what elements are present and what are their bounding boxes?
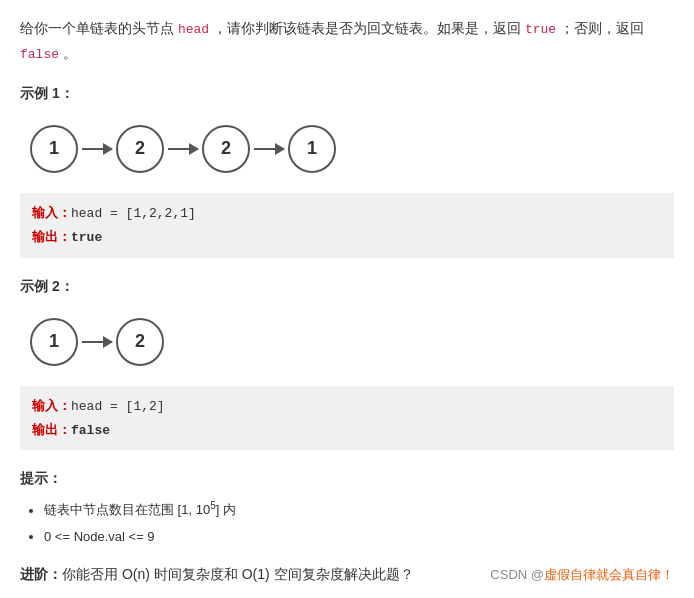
intro-text-end: 。 (59, 45, 77, 61)
advanced-content: 你能否用 O(n) 时间复杂度和 O(1) 空间复杂度解决此题？ (62, 566, 414, 582)
example-2-output-line: 输出：false (32, 418, 662, 442)
arrow-1-2 (168, 148, 198, 150)
example-1-input-value: head = [1,2,2,1] (71, 206, 196, 221)
node-1-1: 1 (30, 125, 78, 173)
intro-paragraph: 给你一个单链表的头节点 head ，请你判断该链表是否为回文链表。如果是，返回 … (20, 16, 674, 67)
example-1-output-line: 输出：true (32, 225, 662, 249)
intro-text-semi: ；否则，返回 (556, 20, 644, 36)
example-2-output-label: 输出： (32, 422, 71, 437)
example-1-list: 1 2 2 1 (20, 115, 674, 183)
intro-text-after: ，请你判断该链表是否为回文链表。如果是，返回 (209, 20, 525, 36)
example-1-output-label: 输出： (32, 229, 71, 244)
csdn-username: 虚假自律就会真自律！ (544, 567, 674, 582)
example-2: 示例 2： 1 2 输入：head = [1,2] 输出：false (20, 278, 674, 451)
example-2-input-label: 输入： (32, 398, 71, 413)
arrow-2-1 (82, 341, 112, 343)
advanced-label: 进阶： (20, 566, 62, 582)
node-1-2: 2 (116, 125, 164, 173)
node-1-4: 1 (288, 125, 336, 173)
example-2-list: 1 2 (20, 308, 674, 376)
example-1-input-line: 输入：head = [1,2,2,1] (32, 201, 662, 225)
node-1-3: 2 (202, 125, 250, 173)
hint-item-2: 0 <= Node.val <= 9 (44, 524, 674, 550)
example-2-output-value: false (71, 423, 110, 438)
csdn-watermark: CSDN @虚假自律就会真自律！ (490, 566, 674, 584)
example-2-title: 示例 2： (20, 278, 674, 296)
advanced-section: 进阶：你能否用 O(n) 时间复杂度和 O(1) 空间复杂度解决此题？ CSDN… (20, 566, 674, 584)
example-2-input-value: head = [1,2] (71, 399, 165, 414)
example-2-input-line: 输入：head = [1,2] (32, 394, 662, 418)
intro-text-before: 给你一个单链表的头节点 (20, 20, 178, 36)
intro-code-true: true (525, 22, 556, 37)
example-2-io: 输入：head = [1,2] 输出：false (20, 386, 674, 451)
node-2-1: 1 (30, 318, 78, 366)
example-1-title: 示例 1： (20, 85, 674, 103)
hint-title: 提示： (20, 470, 674, 488)
intro-code-false: false (20, 47, 59, 62)
example-1: 示例 1： 1 2 2 1 输入：head = [1,2,2,1] 输出：tru… (20, 85, 674, 258)
arrow-1-1 (82, 148, 112, 150)
example-1-output-value: true (71, 230, 102, 245)
intro-code-head: head (178, 22, 209, 37)
advanced-text: 进阶：你能否用 O(n) 时间复杂度和 O(1) 空间复杂度解决此题？ (20, 566, 414, 584)
hint-item-1: 链表中节点数目在范围 [1, 105] 内 (44, 496, 674, 523)
hint-list: 链表中节点数目在范围 [1, 105] 内 0 <= Node.val <= 9 (20, 496, 674, 549)
arrow-1-3 (254, 148, 284, 150)
hint-section: 提示： 链表中节点数目在范围 [1, 105] 内 0 <= Node.val … (20, 470, 674, 549)
example-1-input-label: 输入： (32, 205, 71, 220)
node-2-2: 2 (116, 318, 164, 366)
example-1-io: 输入：head = [1,2,2,1] 输出：true (20, 193, 674, 258)
